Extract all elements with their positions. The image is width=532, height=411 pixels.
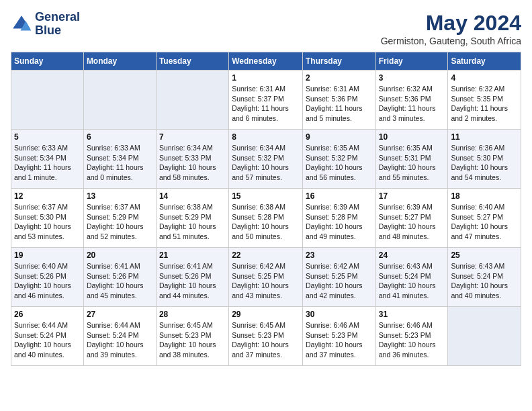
day-info: Sunrise: 6:32 AM Sunset: 5:35 PM Dayligh… xyxy=(451,84,518,124)
day-info: Sunrise: 6:41 AM Sunset: 5:26 PM Dayligh… xyxy=(87,261,153,301)
day-number: 24 xyxy=(379,250,445,260)
calendar-week-row: 5Sunrise: 6:33 AM Sunset: 5:34 PM Daylig… xyxy=(11,130,521,189)
day-number: 18 xyxy=(451,191,518,201)
calendar-cell xyxy=(448,307,521,366)
calendar-cell: 25Sunrise: 6:43 AM Sunset: 5:24 PM Dayli… xyxy=(448,248,521,307)
calendar-cell: 11Sunrise: 6:36 AM Sunset: 5:30 PM Dayli… xyxy=(448,130,521,189)
day-info: Sunrise: 6:46 AM Sunset: 5:23 PM Dayligh… xyxy=(306,320,373,360)
calendar-cell: 20Sunrise: 6:41 AM Sunset: 5:26 PM Dayli… xyxy=(83,248,156,307)
header-monday: Monday xyxy=(83,52,156,71)
calendar-cell: 24Sunrise: 6:43 AM Sunset: 5:24 PM Dayli… xyxy=(375,248,448,307)
day-info: Sunrise: 6:34 AM Sunset: 5:32 PM Dayligh… xyxy=(232,143,300,183)
day-number: 2 xyxy=(306,73,373,83)
day-number: 4 xyxy=(451,73,518,83)
calendar-cell: 30Sunrise: 6:46 AM Sunset: 5:23 PM Dayli… xyxy=(302,307,375,366)
calendar-week-row: 26Sunrise: 6:44 AM Sunset: 5:24 PM Dayli… xyxy=(11,307,521,366)
day-number: 3 xyxy=(379,73,445,83)
calendar-cell: 23Sunrise: 6:42 AM Sunset: 5:25 PM Dayli… xyxy=(302,248,375,307)
calendar-cell: 12Sunrise: 6:37 AM Sunset: 5:30 PM Dayli… xyxy=(11,189,84,248)
subtitle: Germiston, Gauteng, South Africa xyxy=(381,36,521,46)
day-info: Sunrise: 6:35 AM Sunset: 5:32 PM Dayligh… xyxy=(306,143,373,183)
calendar-cell: 14Sunrise: 6:38 AM Sunset: 5:29 PM Dayli… xyxy=(156,189,228,248)
calendar-cell xyxy=(83,71,156,130)
day-info: Sunrise: 6:39 AM Sunset: 5:28 PM Dayligh… xyxy=(306,202,373,242)
calendar-cell: 2Sunrise: 6:31 AM Sunset: 5:36 PM Daylig… xyxy=(302,71,375,130)
day-info: Sunrise: 6:37 AM Sunset: 5:30 PM Dayligh… xyxy=(14,202,81,242)
day-info: Sunrise: 6:40 AM Sunset: 5:27 PM Dayligh… xyxy=(451,202,518,242)
day-number: 17 xyxy=(379,191,445,201)
day-number: 1 xyxy=(232,73,300,83)
header-friday: Friday xyxy=(375,52,448,71)
day-number: 10 xyxy=(379,132,445,142)
header-sunday: Sunday xyxy=(11,52,84,71)
calendar-week-row: 1Sunrise: 6:31 AM Sunset: 5:37 PM Daylig… xyxy=(11,71,521,130)
calendar-cell: 7Sunrise: 6:34 AM Sunset: 5:33 PM Daylig… xyxy=(156,130,228,189)
page-header: General Blue May 2024 Germiston, Gauteng… xyxy=(11,11,521,46)
day-info: Sunrise: 6:38 AM Sunset: 5:28 PM Dayligh… xyxy=(232,202,300,242)
calendar-cell: 29Sunrise: 6:45 AM Sunset: 5:23 PM Dayli… xyxy=(229,307,303,366)
calendar-cell: 4Sunrise: 6:32 AM Sunset: 5:35 PM Daylig… xyxy=(448,71,521,130)
day-info: Sunrise: 6:36 AM Sunset: 5:30 PM Dayligh… xyxy=(451,143,518,183)
day-number: 27 xyxy=(87,310,153,319)
day-number: 6 xyxy=(87,132,153,142)
day-info: Sunrise: 6:34 AM Sunset: 5:33 PM Dayligh… xyxy=(159,143,226,183)
header-thursday: Thursday xyxy=(302,52,375,71)
day-number: 8 xyxy=(232,132,300,142)
day-info: Sunrise: 6:39 AM Sunset: 5:27 PM Dayligh… xyxy=(379,202,445,242)
day-info: Sunrise: 6:32 AM Sunset: 5:36 PM Dayligh… xyxy=(379,84,445,124)
calendar-cell xyxy=(11,71,84,130)
day-info: Sunrise: 6:42 AM Sunset: 5:25 PM Dayligh… xyxy=(232,261,300,301)
calendar-cell: 6Sunrise: 6:33 AM Sunset: 5:34 PM Daylig… xyxy=(83,130,156,189)
title-block: May 2024 Germiston, Gauteng, South Afric… xyxy=(381,11,521,46)
day-number: 12 xyxy=(14,191,81,201)
logo-text: General Blue xyxy=(35,11,80,38)
day-info: Sunrise: 6:43 AM Sunset: 5:24 PM Dayligh… xyxy=(379,261,445,301)
day-info: Sunrise: 6:38 AM Sunset: 5:29 PM Dayligh… xyxy=(159,202,226,242)
day-info: Sunrise: 6:45 AM Sunset: 5:23 PM Dayligh… xyxy=(159,320,226,360)
header-saturday: Saturday xyxy=(448,52,521,71)
day-info: Sunrise: 6:40 AM Sunset: 5:26 PM Dayligh… xyxy=(14,261,81,301)
day-info: Sunrise: 6:35 AM Sunset: 5:31 PM Dayligh… xyxy=(379,143,445,183)
day-info: Sunrise: 6:31 AM Sunset: 5:37 PM Dayligh… xyxy=(232,84,300,124)
calendar-cell: 5Sunrise: 6:33 AM Sunset: 5:34 PM Daylig… xyxy=(11,130,84,189)
day-number: 16 xyxy=(306,191,373,201)
day-number: 22 xyxy=(232,250,300,260)
day-number: 29 xyxy=(232,310,300,319)
day-number: 30 xyxy=(306,310,373,319)
day-info: Sunrise: 6:43 AM Sunset: 5:24 PM Dayligh… xyxy=(451,261,518,301)
day-info: Sunrise: 6:37 AM Sunset: 5:29 PM Dayligh… xyxy=(87,202,153,242)
calendar-cell: 31Sunrise: 6:46 AM Sunset: 5:23 PM Dayli… xyxy=(375,307,448,366)
day-number: 25 xyxy=(451,250,518,260)
day-info: Sunrise: 6:31 AM Sunset: 5:36 PM Dayligh… xyxy=(306,84,373,124)
day-number: 31 xyxy=(379,310,445,319)
calendar-cell xyxy=(156,71,228,130)
day-info: Sunrise: 6:44 AM Sunset: 5:24 PM Dayligh… xyxy=(87,320,153,360)
calendar-cell: 16Sunrise: 6:39 AM Sunset: 5:28 PM Dayli… xyxy=(302,189,375,248)
logo: General Blue xyxy=(11,11,80,38)
calendar-cell: 17Sunrise: 6:39 AM Sunset: 5:27 PM Dayli… xyxy=(375,189,448,248)
calendar-cell: 15Sunrise: 6:38 AM Sunset: 5:28 PM Dayli… xyxy=(229,189,303,248)
day-number: 14 xyxy=(159,191,226,201)
day-number: 20 xyxy=(87,250,153,260)
calendar-cell: 26Sunrise: 6:44 AM Sunset: 5:24 PM Dayli… xyxy=(11,307,84,366)
day-number: 26 xyxy=(14,310,81,319)
logo-icon xyxy=(11,13,32,35)
calendar-cell: 18Sunrise: 6:40 AM Sunset: 5:27 PM Dayli… xyxy=(448,189,521,248)
day-number: 23 xyxy=(306,250,373,260)
day-number: 19 xyxy=(14,250,81,260)
calendar-cell: 3Sunrise: 6:32 AM Sunset: 5:36 PM Daylig… xyxy=(375,71,448,130)
day-number: 9 xyxy=(306,132,373,142)
day-number: 13 xyxy=(87,191,153,201)
calendar-cell: 19Sunrise: 6:40 AM Sunset: 5:26 PM Dayli… xyxy=(11,248,84,307)
calendar-week-row: 12Sunrise: 6:37 AM Sunset: 5:30 PM Dayli… xyxy=(11,189,521,248)
day-number: 28 xyxy=(159,310,226,319)
day-number: 11 xyxy=(451,132,518,142)
day-info: Sunrise: 6:42 AM Sunset: 5:25 PM Dayligh… xyxy=(306,261,373,301)
day-number: 15 xyxy=(232,191,300,201)
day-number: 21 xyxy=(159,250,226,260)
calendar-cell: 27Sunrise: 6:44 AM Sunset: 5:24 PM Dayli… xyxy=(83,307,156,366)
day-info: Sunrise: 6:46 AM Sunset: 5:23 PM Dayligh… xyxy=(379,320,445,360)
calendar-table: SundayMondayTuesdayWednesdayThursdayFrid… xyxy=(11,52,521,366)
calendar-header-row: SundayMondayTuesdayWednesdayThursdayFrid… xyxy=(11,52,521,71)
day-info: Sunrise: 6:45 AM Sunset: 5:23 PM Dayligh… xyxy=(232,320,300,360)
